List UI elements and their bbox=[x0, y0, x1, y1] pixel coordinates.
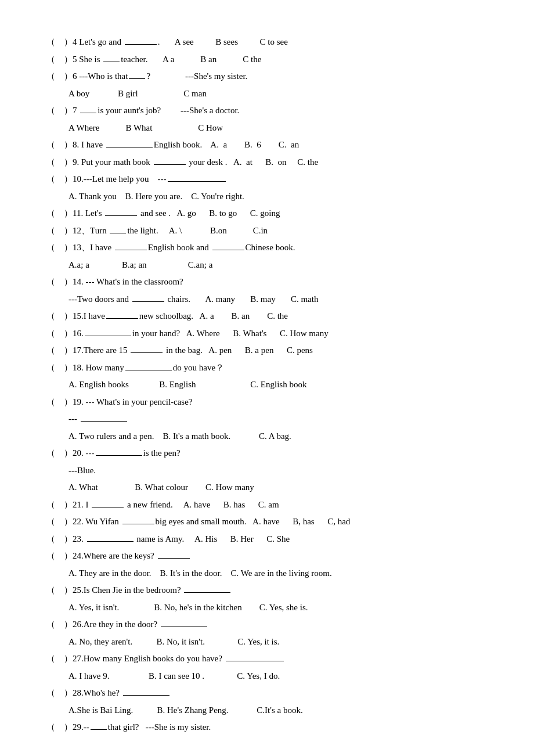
blank-29 bbox=[91, 729, 107, 730]
bracket-14: （ ） bbox=[46, 275, 73, 290]
question-28: （ ） 28.Who's he? bbox=[46, 686, 488, 701]
blank-10 bbox=[168, 181, 226, 182]
question-11: （ ） 11. Let's and see . A. go B. to go C… bbox=[46, 206, 488, 221]
bracket-22: （ ） bbox=[46, 514, 73, 530]
q13-options: A.a; a B.a; an C.an; a bbox=[68, 258, 488, 273]
question-4: （ ） 4 Let's go and . A see B sees C to s… bbox=[46, 35, 488, 50]
question-23: （ ） 23. name is Amy. A. His B. Her C. Sh… bbox=[46, 532, 488, 547]
quiz-container: （ ） 4 Let's go and . A see B sees C to s… bbox=[46, 35, 488, 735]
q20-options: A. What B. What colour C. How many bbox=[68, 480, 488, 495]
bracket-23: （ ） bbox=[46, 532, 73, 547]
question-20: （ ） 20. ---is the pen? bbox=[46, 446, 488, 461]
question-21: （ ） 21. I a new friend. A. have B. has C… bbox=[46, 498, 488, 513]
blank-7 bbox=[80, 113, 96, 113]
blank-15 bbox=[106, 318, 138, 319]
question-5: （ ） 5 She is teacher. A a B an C the bbox=[46, 52, 488, 67]
bracket-20: （ ） bbox=[46, 446, 73, 461]
question-27: （ ） 27.How many English books do you hav… bbox=[46, 651, 488, 667]
blank-13b bbox=[212, 250, 244, 250]
q19-sub1: --- bbox=[68, 412, 488, 427]
bracket-13: （ ） bbox=[46, 240, 73, 255]
bracket-10: （ ） bbox=[46, 172, 73, 187]
q25-options: A. Yes, it isn't. B. No, he's in the kit… bbox=[68, 600, 488, 615]
question-15: （ ） 15.I havenew schoolbag. A. a B. an C… bbox=[46, 309, 488, 324]
question-12: （ ） 12、Turn the light. A. \ B.on C.in bbox=[46, 224, 488, 239]
bracket-25: （ ） bbox=[46, 583, 73, 598]
blank-27 bbox=[226, 661, 284, 661]
bracket-15: （ ） bbox=[46, 309, 73, 324]
question-22: （ ） 22. Wu Yifan big eyes and small mout… bbox=[46, 514, 488, 530]
bracket-24: （ ） bbox=[46, 549, 73, 564]
bracket-17: （ ） bbox=[46, 343, 73, 358]
question-19: （ ） 19. --- What's in your pencil-case? bbox=[46, 395, 488, 410]
blank-23 bbox=[87, 541, 134, 542]
question-14: （ ） 14. --- What's in the classroom? bbox=[46, 275, 488, 290]
question-8: （ ） 8. I have English book. A. a B. 6 C.… bbox=[46, 138, 488, 153]
bracket-11: （ ） bbox=[46, 206, 73, 221]
bracket-6: （ ） bbox=[46, 69, 73, 84]
bracket-26: （ ） bbox=[46, 617, 73, 632]
q20-sub1: ---Blue. bbox=[68, 463, 488, 478]
bracket-8: （ ） bbox=[46, 138, 73, 153]
bracket-4: （ ） bbox=[46, 35, 73, 50]
blank-4 bbox=[125, 44, 157, 45]
q28-options: A.She is Bai Ling. B. He's Zhang Peng. C… bbox=[68, 703, 488, 718]
bracket-27: （ ） bbox=[46, 651, 73, 667]
q24-options: A. They are in the door. B. It's in the … bbox=[68, 566, 488, 581]
blank-13a bbox=[115, 250, 147, 250]
blank-19 bbox=[81, 421, 127, 422]
question-16: （ ） 16.in your hand? A. Where B. What's … bbox=[46, 326, 488, 341]
bracket-21: （ ） bbox=[46, 498, 73, 513]
blank-12 bbox=[110, 233, 126, 233]
q27-options: A. I have 9. B. I can see 10 . C. Yes, I… bbox=[68, 669, 488, 684]
bracket-19: （ ） bbox=[46, 395, 73, 410]
question-13: （ ） 13、I have English book and Chinese b… bbox=[46, 240, 488, 255]
question-18: （ ） 18. How manydo you have？ bbox=[46, 361, 488, 376]
bracket-9: （ ） bbox=[46, 155, 73, 170]
question-9: （ ） 9. Put your math book your desk . A.… bbox=[46, 155, 488, 170]
bracket-18: （ ） bbox=[46, 361, 73, 376]
blank-26 bbox=[161, 627, 207, 627]
bracket-12: （ ） bbox=[46, 224, 73, 239]
blank-5 bbox=[103, 62, 120, 62]
question-25: （ ） 25.Is Chen Jie in the bedroom? bbox=[46, 583, 488, 598]
blank-21 bbox=[92, 507, 124, 507]
blank-28 bbox=[123, 695, 169, 696]
question-26: （ ） 26.Are they in the door? bbox=[46, 617, 488, 632]
question-7: （ ） 7 is your aunt's job? ---She's a doc… bbox=[46, 103, 488, 118]
blank-8 bbox=[106, 147, 153, 147]
q10-options: A. Thank you B. Here you are. C. You're … bbox=[68, 189, 488, 204]
blank-22 bbox=[122, 524, 154, 524]
bracket-16: （ ） bbox=[46, 326, 73, 341]
q14-sub: ---Two doors and chairs. A. many B. may … bbox=[68, 292, 488, 307]
bracket-29: （ ） bbox=[46, 720, 73, 735]
blank-11 bbox=[105, 215, 137, 216]
blank-6 bbox=[129, 78, 145, 79]
bracket-5: （ ） bbox=[46, 52, 73, 67]
q19-options: A. Two rulers and a pen. B. It's a math … bbox=[68, 429, 488, 444]
blank-20 bbox=[96, 455, 142, 456]
blank-24 bbox=[158, 558, 190, 559]
blank-17 bbox=[131, 352, 163, 353]
blank-14 bbox=[132, 301, 164, 302]
blank-18 bbox=[125, 370, 172, 370]
blank-25 bbox=[184, 592, 230, 593]
blank-16 bbox=[85, 336, 131, 336]
bracket-28: （ ） bbox=[46, 686, 73, 701]
q26-options: A. No, they aren't. B. No, it isn't. C. … bbox=[68, 635, 488, 650]
blank-9 bbox=[154, 164, 186, 165]
q18-options: A. English books B. English C. English b… bbox=[68, 377, 488, 393]
q7-options: A Where B What C How bbox=[68, 121, 488, 136]
question-6: （ ） 6 ---Who is that? ---She's my sister… bbox=[46, 69, 488, 84]
question-10: （ ） 10.---Let me help you --- bbox=[46, 172, 488, 187]
bracket-7: （ ） bbox=[46, 103, 73, 118]
question-24: （ ） 24.Where are the keys? bbox=[46, 549, 488, 564]
q6-options: A boy B girl C man bbox=[68, 87, 488, 102]
question-17: （ ） 17.There are 15 in the bag. A. pen B… bbox=[46, 343, 488, 358]
question-29: （ ） 29.--that girl? ---She is my sister. bbox=[46, 720, 488, 735]
